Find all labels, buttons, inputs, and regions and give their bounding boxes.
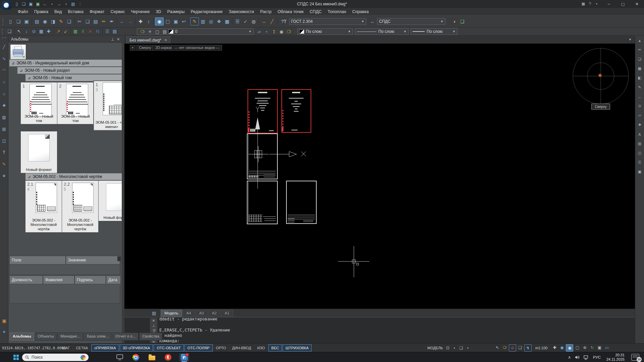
color-combo[interactable]: По слою ▼ [297, 28, 353, 35]
space-mode-label[interactable]: МОДЕЛЬ [427, 346, 443, 350]
model-dropdown-icon[interactable]: ▾ [451, 345, 458, 351]
pin-icon[interactable]: ⊥ [110, 37, 115, 42]
workspace-icon[interactable]: ❏ [458, 345, 465, 351]
circle-icon[interactable]: ○ [1, 79, 7, 85]
select-icon[interactable]: ↖ [15, 28, 23, 35]
import-object-icon[interactable]: ◑ [450, 18, 458, 25]
document-tab[interactable]: Без имени0.dwg* ✕ [126, 36, 170, 44]
arc-icon[interactable]: ◠ [1, 67, 7, 73]
status-toggle-6[interactable]: ОРТО [213, 344, 229, 352]
sheet-card[interactable]: 2.25ЭОМ-05.002 - Многолистовой чертёж [62, 181, 98, 232]
polygon-icon[interactable]: ⌂ [1, 91, 7, 97]
properties-icon[interactable]: ✒ [108, 18, 116, 25]
page-setup-icon[interactable]: ◨ [49, 18, 57, 25]
info-icon[interactable]: ● [0, 328, 8, 335]
chevron-down-icon[interactable]: ▼ [361, 20, 364, 23]
menu-item-4[interactable]: Формат [87, 8, 107, 15]
open-icon[interactable]: ❏ [14, 18, 22, 25]
tree-node-2[interactable]: ⊿ЭОМ-05 - Новый том [25, 74, 122, 81]
sheet-list-icon[interactable]: ▤ [152, 311, 156, 316]
text-tool-icon[interactable]: A [637, 131, 643, 137]
status-toggle-0[interactable]: ШАГ [59, 344, 73, 352]
toolbar-grip[interactable] [2, 28, 4, 35]
pan-hand-icon[interactable]: ✚ [551, 344, 558, 351]
navigation-compass-icon[interactable]: ⊕ [581, 344, 588, 351]
zoom-window-icon[interactable]: ▢ [574, 344, 581, 351]
edit-text-icon[interactable]: ✎ [190, 17, 199, 25]
scale-indicator[interactable]: m1:100 [535, 346, 548, 350]
no-selection-icon[interactable]: ⊘ [509, 344, 516, 352]
sheet-frame[interactable] [286, 181, 317, 224]
status-toggle-3[interactable]: 3D оПРИВЯЗКА [120, 344, 153, 352]
status-toggle-4[interactable]: ОТС-ОБЪЕКТ [154, 344, 183, 352]
make-current-layer-icon[interactable]: ▱ [256, 28, 263, 35]
taskbar-app-browser[interactable] [163, 353, 173, 361]
layer-combo[interactable]: ❍✳▢▤ 0 ▼ [137, 28, 254, 35]
sheet-card[interactable]: 1ЭОМ-05 - Новый том [21, 82, 57, 124]
redo-icon[interactable]: → [126, 18, 134, 25]
close-icon[interactable]: ✕ [152, 319, 155, 323]
layout-tab-3[interactable]: A2 [208, 310, 220, 317]
region-icon[interactable]: ▤ [1, 126, 7, 132]
linetype-combo[interactable]: По слою ▼ [355, 28, 409, 35]
zoom-in-icon[interactable]: ◉ [558, 344, 565, 351]
scrollbar[interactable] [117, 256, 121, 261]
collapse-triangle-icon[interactable]: ⊿ [19, 67, 22, 74]
sheet-card[interactable]: 13ЭОМ-05.001 - <Без имени> [94, 81, 122, 130]
minimize-button[interactable]: – [602, 0, 616, 8]
sheet-card[interactable]: Новый формат [21, 131, 57, 173]
menu-item-10[interactable]: Зависимости [226, 8, 257, 15]
clip-tool-icon[interactable]: ✂ [637, 47, 643, 53]
sheet-card[interactable]: Новый формат [99, 181, 122, 221]
layer-lock-icon[interactable]: ▢ [154, 28, 161, 35]
line-icon[interactable]: ╱ [1, 44, 7, 50]
clip-icon[interactable]: ▦ [38, 28, 45, 35]
save-as-icon[interactable]: ▣ [35, 1, 41, 7]
panel-tab-0[interactable]: Альбомы [10, 333, 34, 341]
collapse-triangle-icon[interactable]: ⊿ [28, 74, 31, 81]
menu-item-14[interactable]: Топоплан [325, 8, 349, 15]
tree-node-1[interactable]: ⊿ЭОМ-05 - Новый раздел [17, 67, 122, 74]
hatch-icon[interactable]: ▨ [1, 114, 7, 120]
leader-remove-icon[interactable]: ↙ [62, 28, 69, 35]
collapse-triangle-icon[interactable]: ⊿ [28, 173, 31, 180]
copy-mode-icon[interactable]: ❏ [517, 344, 524, 351]
status-toggle-1[interactable]: СЕТКА [73, 344, 91, 352]
leader-add-icon[interactable]: ↗ [55, 28, 62, 35]
clock[interactable]: 20:31 24.11.2025 [603, 353, 625, 362]
raster-icon[interactable]: ▩ [223, 18, 231, 25]
panel-splitter[interactable] [122, 36, 124, 343]
new-file-icon[interactable]: ▯ [6, 18, 14, 25]
regen-icon[interactable]: ↻ [589, 344, 595, 351]
image-icon[interactable]: ◫ [1, 138, 7, 144]
spell-icon[interactable]: ✓ [241, 18, 250, 25]
plane-tool-icon[interactable]: ▱ [637, 113, 643, 118]
dim-style-combo[interactable]: СПДС ▼ [377, 18, 445, 25]
viewport-linked-views-button[interactable]: --- нет связанных видов --- [171, 45, 222, 51]
volume-icon[interactable] [575, 355, 580, 359]
layer-on-icon[interactable]: ❍ [139, 28, 146, 35]
copy-tool-icon[interactable]: ❏ [637, 56, 643, 62]
zoom-window-icon[interactable]: ▢ [164, 18, 172, 25]
export-object-icon[interactable]: ❏ [458, 18, 466, 25]
prop-tool-icon[interactable]: ▣ [637, 169, 643, 175]
pin-icon[interactable]: ⊥ [152, 324, 155, 328]
sheet-frame[interactable] [247, 133, 278, 179]
plot-icon[interactable]: ▤ [70, 1, 76, 7]
sheet-frame-selected[interactable] [248, 89, 278, 133]
tree-node-0[interactable]: ⊿ЭОМ-05 - Индивидуальный жилой дом [9, 60, 122, 66]
match-properties-icon[interactable]: ✏ [100, 18, 108, 25]
layout-tab-0[interactable]: Модель [161, 310, 182, 317]
save-icon[interactable]: ▣ [28, 1, 34, 7]
menu-item-1[interactable]: Правка [31, 8, 51, 15]
zoom-previous-icon[interactable]: ↩ [180, 18, 188, 25]
dim-tool-icon[interactable]: ↔ [637, 94, 643, 100]
image-tool-icon[interactable]: ◫ [637, 150, 643, 156]
lock-ui-icon[interactable]: ▣ [596, 344, 603, 351]
sheet-card[interactable]: 2.14ЭОМ-05.002 - Многолистовой чертёж [25, 181, 62, 232]
chevron-down-icon[interactable]: ▼ [404, 30, 407, 33]
menu-item-11[interactable]: Растр [257, 8, 275, 15]
format-tool-icon[interactable]: ◧ [637, 75, 643, 81]
chevron-down-icon[interactable]: ▼ [249, 30, 252, 33]
dim-style-icon[interactable]: ↔ [368, 18, 376, 25]
